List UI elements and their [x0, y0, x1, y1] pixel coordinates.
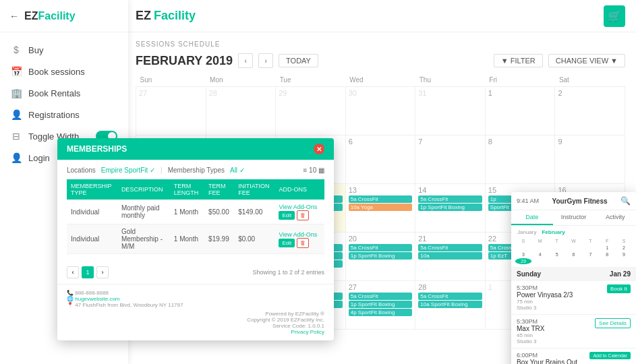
sidebar-header: ← EZFacility	[0, 0, 128, 32]
next-month-button[interactable]: ›	[258, 53, 273, 68]
mini-day[interactable]: 8	[599, 251, 615, 257]
cal-cell[interactable]: 6	[345, 135, 415, 184]
calendar-event[interactable]: 5a CrossFit	[349, 195, 413, 203]
popup-close-button[interactable]: ✕	[314, 144, 324, 154]
calendar-event[interactable]: 10a Yoga	[349, 204, 413, 211]
calendar-event[interactable]: 5a CrossFit	[418, 195, 482, 203]
see-details-button[interactable]: See Details	[595, 318, 631, 328]
cal-cell[interactable]: 27 5a CrossFit 1p SportFit Boxing 4p Spo…	[345, 281, 415, 330]
mini-day[interactable]: 1	[599, 245, 615, 251]
sidebar-item-label: Book Rentals	[28, 88, 80, 98]
mini-day[interactable]: 6	[566, 251, 582, 257]
filter-button[interactable]: ▼ FILTER	[494, 54, 543, 67]
delete-membership-button[interactable]: 🗑	[297, 210, 309, 220]
class-name: Power Vinyasa 2/3	[517, 291, 573, 299]
location-filter[interactable]: Empire SportFit ✓	[101, 166, 155, 174]
cell-term: 1 Month	[170, 200, 204, 224]
sidebar-item-book-rentals[interactable]: 🏢 Book Rentals	[0, 82, 128, 104]
change-view-button[interactable]: CHANGE VIEW ▼	[548, 54, 625, 67]
add-to-calendar-button[interactable]: Add to Calendar	[589, 352, 631, 359]
cal-cell[interactable]: 29	[276, 87, 346, 135]
login-icon: 👤	[11, 152, 22, 163]
prev-page-button[interactable]: ‹	[67, 266, 79, 278]
calendar-event[interactable]: 5a CrossFit	[349, 244, 413, 251]
tab-activity[interactable]: Activity	[594, 210, 636, 225]
cal-cell[interactable]: 13 5a CrossFit 10a Yoga	[345, 184, 415, 233]
membership-types-filter[interactable]: All ✓	[230, 166, 245, 174]
mini-day[interactable]	[582, 245, 598, 251]
mini-day[interactable]: 7	[582, 251, 598, 257]
calendar-event[interactable]: 1p SportFit Boxing	[349, 252, 413, 260]
mini-day[interactable]: 2	[616, 245, 632, 251]
cell-addons: View Add-Ons Edit 🗑	[274, 224, 324, 254]
january-btn[interactable]: January	[515, 229, 538, 236]
mini-day[interactable]	[532, 245, 548, 251]
search-icon[interactable]: 🔍	[620, 196, 631, 206]
mini-day[interactable]: 3	[515, 251, 531, 257]
calendar-event[interactable]: 4p SportFit Boxing	[349, 309, 413, 316]
memberships-popup: MEMBERSHIPS ✕ Locations Empire SportFit …	[57, 138, 334, 340]
edit-membership-button[interactable]: Edit	[279, 211, 295, 220]
cal-cell[interactable]: 28 5a CrossFit 10a SportFit Boxing	[415, 281, 486, 330]
mini-day[interactable]: 9	[616, 251, 632, 257]
footer-copyright: Powered by EZFacility ® Copyright © 2019…	[67, 311, 324, 335]
page-1-button[interactable]: 1	[82, 266, 94, 278]
mini-day[interactable]: 5	[549, 251, 565, 257]
mini-day[interactable]	[515, 245, 531, 251]
footer-website-link[interactable]: hugevwebsite.com	[75, 296, 119, 302]
cal-cell[interactable]: 8	[485, 135, 555, 184]
cal-cell[interactable]: 7	[415, 135, 486, 184]
cal-cell[interactable]: 28	[206, 87, 276, 135]
calendar-event[interactable]: 1p SportFit Boxing	[349, 301, 413, 308]
cal-cell[interactable]: 31	[415, 87, 486, 135]
cal-cell[interactable]: 14 5a CrossFit 1p SportFit Boxing	[415, 184, 486, 233]
edit-membership-button[interactable]: Edit	[279, 239, 295, 247]
sidebar-item-buy[interactable]: $ Buy	[0, 39, 128, 61]
month-title: FEBRUARY 2019	[136, 54, 233, 68]
calendar-event[interactable]: 10a SportFit Boxing	[418, 301, 482, 308]
week-row: 27 28 29 30 31 1 2	[136, 87, 625, 135]
cart-icon[interactable]: 🛒	[604, 5, 625, 27]
cal-cell[interactable]: 2	[555, 87, 625, 135]
cal-cell[interactable]: 21 5a CrossFit 10a	[415, 233, 486, 281]
tab-date[interactable]: Date	[511, 210, 553, 225]
sidebar-item-book-sessions[interactable]: 📅 Book sessions	[0, 61, 128, 82]
class-info: 6:00PM Box Your Brains Out 60 min Studio…	[517, 352, 577, 364]
mini-day[interactable]	[549, 245, 565, 251]
calendar-event[interactable]: 5a CrossFit	[349, 293, 413, 300]
mini-day[interactable]: 4	[532, 251, 548, 257]
privacy-policy-link[interactable]: Privacy Policy	[291, 329, 324, 335]
cal-cell[interactable]: 9	[555, 135, 625, 184]
class-item: 6:00PM Box Your Brains Out 60 min Studio…	[511, 348, 636, 364]
today-button[interactable]: TODAY	[279, 54, 318, 67]
day-header-t: T	[549, 238, 565, 244]
prev-month-button[interactable]: ‹	[238, 53, 253, 68]
popup-filters: Locations Empire SportFit ✓ | Membership…	[67, 166, 324, 174]
popup-sidebar-footer: 📞 888-888-8888 🌐 hugevwebsite.com 📍 47 F…	[57, 284, 334, 340]
col-tue: Tue	[276, 73, 346, 87]
back-arrow-icon[interactable]: ←	[9, 11, 19, 22]
col-sat: Sat	[555, 73, 625, 87]
cal-cell[interactable]: 27	[136, 87, 206, 135]
calendar-event[interactable]: 1p SportFit Boxing	[418, 204, 482, 211]
mini-day-today[interactable]: 29	[515, 258, 531, 264]
calendar-event[interactable]: 5a CrossFit	[418, 244, 482, 251]
february-btn[interactable]: February	[540, 229, 567, 236]
sidebar-brand: EZFacility	[24, 10, 76, 22]
mini-day[interactable]	[566, 245, 582, 251]
class-duration: 45 min	[517, 332, 545, 338]
cal-cell[interactable]: 1	[485, 87, 555, 135]
book-class-button[interactable]: Book It	[607, 284, 631, 293]
view-addons-link[interactable]: View Add-Ons	[279, 204, 317, 210]
tab-instructor[interactable]: Instructor	[553, 210, 595, 225]
calendar-event[interactable]: 10a	[418, 252, 482, 260]
cal-cell[interactable]: 20 5a CrossFit 1p SportFit Boxing	[345, 233, 415, 281]
class-time: 6:00PM	[517, 352, 577, 359]
next-page-button[interactable]: ›	[96, 266, 109, 278]
mobile-tabs: Date Instructor Activity	[511, 210, 636, 226]
sidebar-item-registrations[interactable]: 👤 Registrations	[0, 104, 128, 125]
delete-membership-button[interactable]: 🗑	[297, 238, 309, 248]
view-addons-link[interactable]: View Add-Ons	[279, 231, 317, 238]
cal-cell[interactable]: 30	[345, 87, 415, 135]
calendar-event[interactable]: 5a CrossFit	[418, 293, 482, 300]
